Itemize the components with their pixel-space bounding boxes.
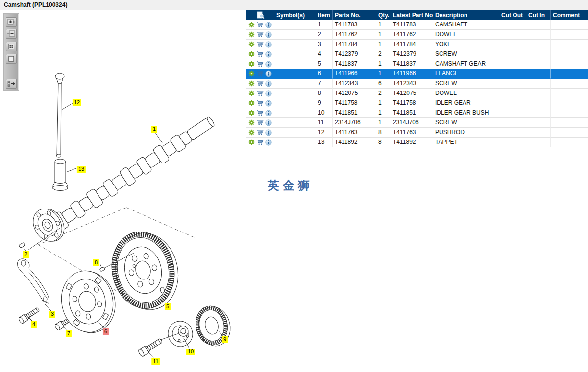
callout-label-10[interactable]: 10	[186, 349, 195, 355]
panel-splitter[interactable]	[244, 10, 244, 372]
info-icon[interactable]	[265, 139, 272, 146]
table-row-item-3[interactable]: 3T4117841T411784YOKE	[246, 40, 588, 49]
cart-icon[interactable]	[256, 51, 264, 57]
info-icon[interactable]	[265, 31, 272, 38]
gear-icon[interactable]	[248, 41, 255, 47]
table-row-item-8[interactable]: 8T4120752T412075DOWEL	[246, 89, 588, 98]
gear-icon[interactable]	[248, 129, 255, 136]
cell-description: DOWEL	[433, 89, 499, 98]
info-icon[interactable]	[265, 70, 272, 77]
info-icon[interactable]	[265, 51, 272, 58]
fit-view-button[interactable]	[6, 54, 17, 64]
table-row-item-12[interactable]: 12T4117638T411763PUSHROD	[246, 128, 588, 138]
part-idler-gear-bush[interactable]	[166, 319, 195, 349]
info-icon[interactable]	[265, 90, 272, 97]
cell-latest_part_no: T412343	[391, 79, 433, 89]
part-pushrod[interactable]	[55, 73, 64, 157]
cell-latest_part_no: T411784	[391, 40, 433, 49]
column-header-item: Item	[316, 10, 333, 20]
table-row-item-11[interactable]: 112314J70612314J706SCREW	[246, 118, 588, 128]
info-icon[interactable]	[265, 41, 272, 48]
callout-label-6[interactable]: 6	[103, 328, 109, 335]
row-action-icons	[246, 30, 274, 40]
callout-label-7[interactable]: 7	[66, 330, 72, 337]
cell-parts_no: T412075	[333, 89, 376, 98]
export-panel-button[interactable]	[6, 79, 17, 89]
part-camshaft-gear[interactable]	[105, 225, 185, 316]
cart-icon[interactable]	[256, 80, 264, 87]
info-icon[interactable]	[265, 61, 272, 68]
cart-icon[interactable]	[256, 70, 264, 77]
part-dowel-2[interactable]	[19, 242, 25, 248]
info-icon[interactable]	[265, 22, 272, 28]
cell-item: 11	[316, 118, 333, 128]
info-icon[interactable]	[265, 80, 272, 87]
callout-label-5[interactable]: 5	[165, 303, 171, 310]
cell-comment	[551, 30, 588, 40]
gear-icon[interactable]	[248, 31, 255, 38]
row-action-icons	[246, 89, 274, 98]
gear-icon[interactable]	[248, 100, 255, 106]
table-row-item-2[interactable]: 2T4117621T411762DOWEL	[246, 30, 588, 40]
cart-icon[interactable]	[256, 110, 264, 116]
column-header-cut_out: Cut Out	[499, 10, 526, 20]
cell-latest_part_no: T411966	[391, 69, 433, 79]
table-row-item-1[interactable]: 1T4117831T411783CAMSHAFT	[246, 20, 588, 30]
gear-icon[interactable]	[248, 80, 255, 87]
part-flange[interactable]	[56, 266, 121, 338]
part-tappet[interactable]	[53, 159, 68, 191]
gear-icon[interactable]	[248, 22, 255, 28]
cell-parts_no: T411762	[333, 30, 376, 40]
gear-icon[interactable]	[248, 110, 255, 116]
gear-icon[interactable]	[248, 51, 255, 57]
gear-icon[interactable]	[248, 61, 255, 67]
tile-view-button[interactable]	[6, 42, 17, 51]
cell-cut_out	[499, 69, 526, 79]
callout-label-3[interactable]: 3	[49, 311, 55, 318]
gear-icon[interactable]	[248, 70, 255, 77]
cart-icon[interactable]	[256, 139, 264, 145]
cart-icon[interactable]	[256, 61, 264, 67]
gear-icon[interactable]	[248, 139, 255, 145]
cell-cut_in	[526, 138, 551, 147]
zoom-out-button[interactable]	[6, 29, 17, 39]
cart-icon[interactable]	[256, 22, 264, 28]
gear-icon[interactable]	[248, 90, 255, 96]
row-action-icons	[246, 98, 274, 108]
part-screw-4[interactable]	[18, 306, 41, 325]
cart-icon[interactable]	[256, 129, 264, 136]
part-dowel-8[interactable]	[99, 267, 105, 272]
gear-icon[interactable]	[248, 119, 255, 126]
table-header-row: Symbol(s)ItemParts No.Qty.Latest Part No…	[246, 10, 588, 20]
info-icon[interactable]	[265, 110, 272, 116]
callout-label-4[interactable]: 4	[31, 321, 37, 328]
part-screw-11[interactable]	[138, 337, 164, 357]
cell-cut_in	[526, 118, 551, 128]
callout-label-13[interactable]: 13	[77, 166, 86, 173]
info-icon[interactable]	[265, 119, 272, 126]
callout-label-9[interactable]: 9	[222, 336, 228, 343]
callout-label-12[interactable]: 12	[73, 99, 81, 106]
info-icon[interactable]	[265, 129, 272, 136]
table-row-item-7[interactable]: 7T4123436T412343SCREW	[246, 79, 588, 89]
zoom-in-button[interactable]	[6, 17, 17, 27]
part-yoke[interactable]	[17, 259, 49, 303]
table-row-item-9[interactable]: 9T4117581T411758IDLER GEAR	[246, 98, 588, 108]
cart-icon[interactable]	[256, 41, 264, 47]
cart-icon[interactable]	[256, 119, 264, 126]
cart-icon[interactable]	[256, 90, 264, 96]
table-row-item-4[interactable]: 4T4123792T412379SCREW	[246, 49, 588, 59]
table-row-item-13[interactable]: 13T4118928T411892TAPPET	[246, 138, 588, 147]
callout-label-2[interactable]: 2	[23, 251, 29, 258]
info-icon[interactable]	[265, 100, 272, 107]
table-row-item-6[interactable]: 6T4119661T411966FLANGE	[246, 69, 588, 79]
callout-label-8[interactable]: 8	[93, 259, 99, 266]
cell-cut_out	[499, 108, 526, 118]
callout-label-11[interactable]: 11	[151, 358, 160, 365]
cart-icon[interactable]	[256, 31, 264, 38]
cart-icon[interactable]	[256, 100, 264, 106]
cell-description: IDLER GEAR	[433, 98, 499, 108]
callout-label-1[interactable]: 1	[151, 126, 157, 133]
table-row-item-10[interactable]: 10T4118511T411851IDLER GEAR BUSH	[246, 108, 588, 118]
table-row-item-5[interactable]: 5T4118371T411837CAMSHAFT GEAR	[246, 59, 588, 69]
